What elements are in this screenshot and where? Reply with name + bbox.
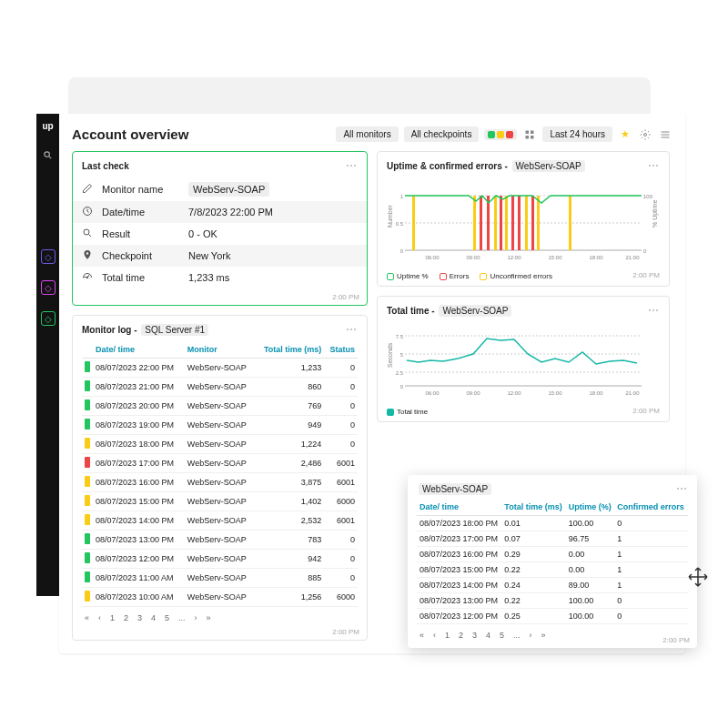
status-bar-icon	[85, 361, 90, 372]
search-icon[interactable]	[41, 147, 56, 162]
status-bar-icon	[85, 591, 90, 602]
svg-text:0: 0	[400, 248, 404, 254]
table-row[interactable]: 08/07/2023 18:00 PMWebServ-SOAP1,2240	[82, 435, 358, 454]
page-number[interactable]: ...	[511, 630, 523, 641]
star-icon[interactable]: ★	[618, 127, 632, 142]
page-last[interactable]: »	[204, 612, 214, 623]
svg-rect-20	[473, 196, 476, 250]
page-number[interactable]: 5	[162, 612, 172, 623]
page-number[interactable]: 2	[456, 630, 466, 641]
more-icon[interactable]: ⋯	[346, 323, 358, 336]
col-header[interactable]: Total time (ms)	[255, 341, 324, 359]
table-row[interactable]: 08/07/2023 14:00 PM0.2489.001	[417, 578, 688, 593]
menu-icon[interactable]	[658, 127, 672, 142]
page-prev[interactable]: ‹	[430, 630, 439, 641]
filter-monitors[interactable]: All monitors	[336, 126, 398, 142]
svg-text:Seconds: Seconds	[387, 342, 393, 368]
col-header[interactable]: Date/ time	[417, 499, 501, 516]
svg-text:7.5: 7.5	[396, 334, 404, 339]
table-row[interactable]: 08/07/2023 11:00 AMWebServ-SOAP8850	[82, 569, 358, 588]
timestamp: 2:00 PM	[662, 636, 690, 644]
table-row[interactable]: 08/07/2023 14:00 PMWebServ-SOAP2,5326001	[82, 511, 358, 531]
more-icon[interactable]: ⋯	[346, 159, 358, 172]
table-row[interactable]: 08/07/2023 17:00 PMWebServ-SOAP2,4866001	[82, 454, 358, 473]
table-row[interactable]: 08/07/2023 19:00 PMWebServ-SOAP9490	[82, 416, 358, 435]
field-value: WebServ-SOAP	[188, 182, 269, 197]
move-handle-icon[interactable]	[687, 566, 709, 588]
dot-red-icon	[506, 131, 513, 138]
status-filter[interactable]	[484, 129, 517, 140]
field-value: 1,233 ms	[188, 272, 229, 283]
page-number[interactable]: 3	[135, 612, 145, 623]
nav-icon-2[interactable]: ◇	[41, 280, 56, 295]
col-header[interactable]: Status	[324, 341, 358, 359]
last-check-row: Monitor nameWebServ-SOAP	[82, 177, 358, 201]
table-row[interactable]: 08/07/2023 16:00 PM0.290.001	[417, 547, 688, 562]
page-prev[interactable]: ‹	[96, 612, 104, 623]
page-number[interactable]: 4	[148, 612, 158, 623]
field-value: 7/8/2023 22:00 PM	[188, 207, 273, 217]
more-icon[interactable]: ⋯	[648, 304, 660, 317]
totaltime-chart-title: Total time - WebServ-SOAP	[387, 306, 511, 316]
page-number[interactable]: 4	[483, 630, 493, 641]
svg-text:18:00: 18:00	[589, 255, 603, 260]
col-header[interactable]: Total time (ms)	[501, 499, 565, 516]
col-header[interactable]: Uptime (%)	[566, 499, 615, 516]
field-label: Date/time	[102, 207, 188, 217]
pager[interactable]: «‹12345...›»	[82, 612, 358, 623]
more-icon[interactable]: ⋯	[648, 159, 660, 172]
page-number[interactable]: 5	[497, 630, 507, 641]
page-number[interactable]: 1	[442, 630, 452, 641]
page-number[interactable]: 3	[470, 630, 480, 641]
table-row[interactable]: 08/07/2023 21:00 PMWebServ-SOAP8600	[82, 378, 358, 397]
page-next[interactable]: ›	[527, 630, 535, 641]
col-header[interactable]: Monitor	[185, 341, 256, 359]
page-title: Account overview	[72, 126, 188, 142]
page-next[interactable]: ›	[192, 612, 200, 623]
grid-icon[interactable]	[522, 127, 537, 142]
status-bar-icon	[85, 571, 90, 582]
nav-icon-1[interactable]: ◇	[41, 249, 56, 264]
svg-rect-4	[531, 136, 534, 139]
table-row[interactable]: 08/07/2023 15:00 PMWebServ-SOAP1,4026000	[82, 492, 358, 511]
page-number[interactable]: 2	[121, 612, 131, 623]
svg-rect-23	[525, 196, 528, 250]
page-first[interactable]: «	[82, 612, 92, 623]
svg-text:21:00: 21:00	[625, 390, 640, 396]
table-row[interactable]: 08/07/2023 10:00 AMWebServ-SOAP1,2566000	[82, 588, 358, 607]
pager[interactable]: «‹12345...›»	[417, 630, 688, 641]
svg-text:18:00: 18:00	[589, 390, 603, 396]
table-row[interactable]: 08/07/2023 16:00 PMWebServ-SOAP3,8756001	[82, 473, 358, 492]
svg-text:12:00: 12:00	[507, 390, 521, 396]
svg-text:Number: Number	[387, 204, 393, 228]
gear-icon[interactable]	[638, 127, 652, 142]
svg-text:1: 1	[400, 194, 404, 199]
page-last[interactable]: »	[539, 630, 549, 641]
table-row[interactable]: 08/07/2023 18:00 PM0.01100.000	[417, 516, 688, 531]
page-first[interactable]: «	[417, 630, 427, 641]
table-row[interactable]: 08/07/2023 22:00 PMWebServ-SOAP1,2330	[82, 359, 358, 378]
svg-text:09:00: 09:00	[466, 255, 480, 260]
table-row[interactable]: 08/07/2023 13:00 PMWebServ-SOAP7830	[82, 531, 358, 550]
time-range[interactable]: Last 24 hours	[542, 126, 612, 142]
page-number[interactable]: 1	[107, 612, 117, 623]
dot-green-icon	[488, 131, 495, 138]
col-header[interactable]: Confirmed errors	[614, 499, 688, 516]
table-row[interactable]: 08/07/2023 12:00 PM0.25100.000	[417, 609, 688, 624]
table-row[interactable]: 08/07/2023 20:00 PMWebServ-SOAP7690	[82, 397, 358, 416]
page-number[interactable]: ...	[176, 612, 188, 623]
svg-text:12:00: 12:00	[507, 255, 521, 260]
table-row[interactable]: 08/07/2023 17:00 PM0.0796.751	[417, 531, 688, 547]
table-row[interactable]: 08/07/2023 12:00 PMWebServ-SOAP9420	[82, 550, 358, 569]
last-check-rows: Monitor nameWebServ-SOAPDate/time7/8/202…	[82, 177, 358, 288]
col-header[interactable]: Date/ time	[93, 341, 185, 359]
table-row[interactable]: 08/07/2023 13:00 PM0.22100.000	[417, 593, 688, 609]
status-bar-icon	[85, 533, 90, 544]
uptime-chart: Number % Uptime 1 0.5 0 100 0	[387, 177, 660, 268]
filter-checkpoints[interactable]: All checkpoints	[404, 126, 480, 142]
more-icon[interactable]: ⋯	[676, 482, 688, 495]
table-row[interactable]: 08/07/2023 15:00 PM0.220.001	[417, 562, 688, 578]
nav-icon-3[interactable]: ◇	[41, 311, 56, 326]
uptime-legend: Uptime % Errors Unconfirmed errors	[387, 272, 552, 280]
clock-icon	[82, 206, 102, 218]
